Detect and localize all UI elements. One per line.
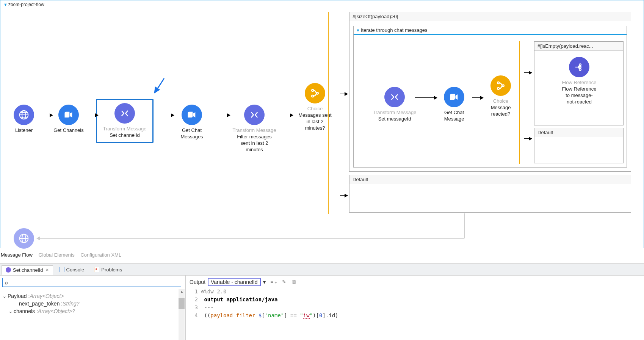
node-get-channels[interactable]: Get Channels	[50, 105, 88, 134]
panel-tabs: Set channelId ✕ Console Problems	[0, 263, 644, 276]
video-icon	[58, 105, 79, 125]
node-label: Listener	[9, 127, 39, 134]
svg-point-9	[502, 85, 504, 87]
console-icon	[59, 267, 64, 272]
node-type: Flow Reference	[553, 80, 606, 86]
choice-condition: Default	[349, 175, 631, 184]
tab-label: Problems	[101, 267, 122, 273]
code-editor[interactable]: 1⊖%dw 2.0 2 output application/java 3 --…	[190, 288, 640, 320]
node-label: Get Channels	[50, 127, 88, 134]
node-label: Filter messages sent in last 2 minutes	[228, 134, 281, 153]
annotation-arrow-1	[154, 78, 165, 93]
flow-title: ▼zoom-project-flow	[3, 2, 44, 7]
scrollbar[interactable]	[179, 289, 185, 340]
input-tree[interactable]: ⌄Payload : Array<Object> next_page_token…	[2, 292, 183, 315]
connector-arrow	[83, 115, 98, 115]
transform-icon	[384, 87, 405, 107]
output-target[interactable]: Variable - channelId	[208, 278, 260, 286]
tab-console[interactable]: Console	[55, 265, 88, 274]
choice-condition: Default	[534, 128, 623, 137]
transform-icon	[114, 103, 135, 124]
tree-row-channels[interactable]: ⌄channels : Array<Object>?	[2, 307, 183, 315]
choice-branch-true[interactable]: #[sizeOf(payload)>0] ▼Iterate through ch…	[349, 12, 631, 172]
connector-arrow	[524, 138, 532, 139]
node-choice-reacted[interactable]: Choice Message reacted?	[482, 75, 520, 118]
svg-point-7	[497, 82, 499, 84]
flow-reference-icon	[569, 57, 589, 77]
node-flow-reference[interactable]: Flow Reference Flow Reference to message…	[553, 57, 606, 105]
transform-icon	[244, 105, 265, 125]
tree-row-nextpagetoken[interactable]: next_page_token : String?	[2, 300, 183, 307]
choice-condition: #[sizeOf(payload)>0]	[349, 12, 631, 21]
svg-point-11	[579, 66, 581, 68]
node-type: Transform Message	[368, 110, 421, 116]
flow-canvas[interactable]: ▼zoom-project-flow Listener Get Channels…	[0, 0, 644, 248]
tab-label: Set channelId	[13, 267, 43, 273]
scope-iterate[interactable]: ▼Iterate through chat messages Transform…	[353, 26, 627, 168]
choice-brace	[328, 12, 329, 214]
view-tabs: Message Flow Global Elements Configurati…	[1, 252, 126, 258]
connector-arrow	[211, 115, 230, 115]
node-choice-messages-sent[interactable]: Choice Messages sent in last 2 minutes?	[292, 83, 338, 132]
connector-arrow	[524, 72, 532, 73]
node-label: Flow Reference to message- not-reacted	[553, 86, 606, 105]
tree-row-payload[interactable]: ⌄Payload : Array<Object>	[2, 292, 183, 300]
node-type: Choice	[292, 106, 338, 112]
return-line-v	[464, 213, 465, 238]
tab-label: Console	[66, 267, 85, 273]
svg-point-8	[497, 88, 499, 89]
node-set-channelid[interactable]: Transform Message Set channelId	[96, 99, 154, 143]
connector-arrow	[340, 94, 348, 94]
tab-set-channelid[interactable]: Set channelId ✕	[2, 265, 53, 275]
node-get-chat-message[interactable]: Get Chat Message	[433, 87, 475, 122]
http-icon	[14, 105, 34, 125]
search-input[interactable]	[2, 278, 181, 287]
return-line	[40, 238, 464, 239]
output-label: Output	[190, 279, 205, 285]
return-arrowhead	[36, 237, 40, 240]
svg-point-6	[317, 92, 318, 94]
choice-brace	[519, 41, 520, 164]
node-set-messageid[interactable]: Transform Message Set messageId	[368, 87, 421, 122]
edit-icon[interactable]: ✎	[282, 279, 286, 285]
input-tree-panel: ⌄Payload : Array<Object> next_page_token…	[0, 276, 186, 340]
node-type: Choice	[482, 98, 520, 105]
node-label: Set messageId	[368, 116, 421, 122]
problems-icon	[94, 267, 99, 272]
tab-config-xml[interactable]: Configuration XML	[80, 252, 121, 258]
connector-arrow	[472, 97, 483, 98]
node-listener[interactable]: Listener	[9, 105, 39, 134]
http-icon	[14, 228, 34, 249]
detail-panel: ⌄Payload : Array<Object> next_page_token…	[0, 276, 644, 340]
choice-branch-default-inner[interactable]: Default	[534, 128, 624, 163]
node-label: Messages sent in last 2 minutes?	[292, 112, 338, 132]
choice-branch-isempty[interactable]: #[isEmpty(payload.reac... Flow Reference…	[534, 41, 624, 125]
svg-point-4	[312, 89, 313, 91]
svg-point-5	[312, 95, 313, 97]
choice-icon	[305, 83, 325, 103]
choice-condition: #[isEmpty(payload.reac...	[534, 42, 623, 51]
connector-arrow	[38, 115, 53, 115]
node-label: Get Chat Message	[433, 110, 475, 122]
tab-global-elements[interactable]: Global Elements	[38, 252, 74, 258]
close-icon[interactable]: ✕	[45, 268, 49, 273]
dropdown-icon[interactable]: ▾	[263, 279, 266, 285]
add-output-icon[interactable]: ＝₊	[270, 279, 277, 285]
node-filter-messages[interactable]: Transform Message Filter messages sent i…	[228, 105, 281, 153]
tab-message-flow[interactable]: Message Flow	[1, 252, 33, 258]
choice-branch-default-outer[interactable]: Default	[349, 175, 631, 213]
node-type: Transform Message	[100, 126, 149, 132]
choice-icon	[490, 75, 511, 96]
node-label: Get Chat Messages	[171, 127, 213, 140]
node-get-chat-messages[interactable]: Get Chat Messages	[171, 105, 213, 140]
connector-arrow	[278, 115, 293, 115]
node-listener-return[interactable]	[9, 228, 39, 251]
connector-arrow	[153, 115, 174, 115]
output-panel: Output Variable - channelId ▾ ＝₊ ✎ 🗑 1⊖%…	[186, 276, 644, 340]
delete-icon[interactable]: 🗑	[291, 279, 296, 285]
connector-arrow	[415, 97, 437, 98]
video-icon	[182, 105, 202, 125]
lane-divider	[40, 9, 40, 240]
scope-title: ▼Iterate through chat messages	[354, 26, 627, 35]
tab-problems[interactable]: Problems	[90, 265, 126, 274]
